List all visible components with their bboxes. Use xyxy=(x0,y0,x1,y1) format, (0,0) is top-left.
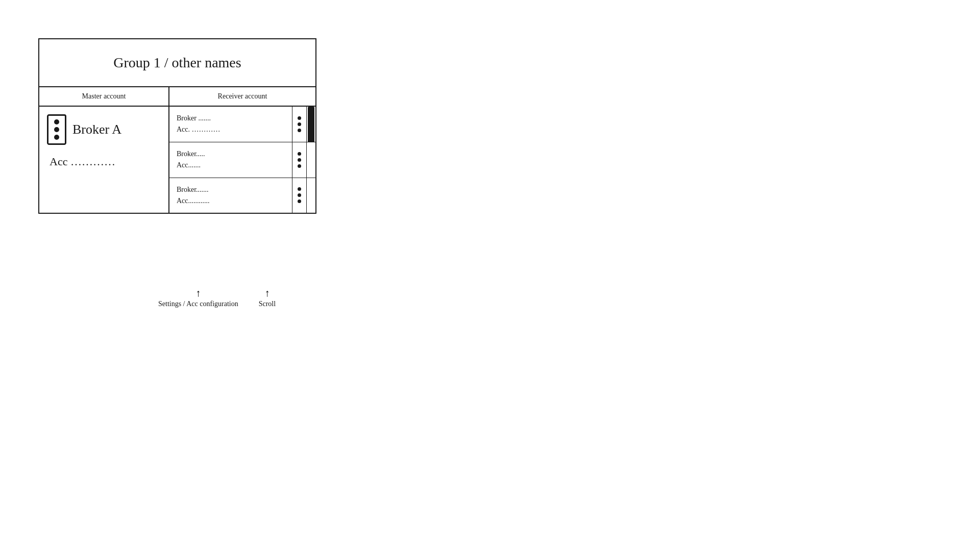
scroll-arrow-icon: ↑ xyxy=(264,287,270,299)
scroll-annotation: ↑ Scroll xyxy=(259,287,276,308)
settings-arrows: ↑ xyxy=(195,287,201,299)
dot-2-1 xyxy=(298,152,301,156)
receiver-broker-1: Broker ....... xyxy=(177,113,285,124)
receiver-dots-3[interactable] xyxy=(292,178,306,213)
light-dot-3 xyxy=(54,135,59,140)
columns-header: Master account Receiver account xyxy=(39,87,315,107)
receiver-info-3: Broker....... Acc............ xyxy=(169,178,292,213)
receiver-dots-2[interactable] xyxy=(292,142,306,178)
dot-1-3 xyxy=(298,129,301,132)
scrollbar-col-2 xyxy=(306,142,315,178)
light-dot-1 xyxy=(54,119,59,124)
dot-2-3 xyxy=(298,164,301,168)
receiver-account-header: Receiver account xyxy=(169,87,315,106)
settings-label: Settings / Acc configuration xyxy=(158,300,238,308)
light-dot-2 xyxy=(54,127,59,132)
group-title: Group 1 / other names xyxy=(113,55,241,70)
scrollbar-col-3 xyxy=(306,178,315,213)
broker-a-label: Broker A xyxy=(72,122,121,137)
settings-annotation: ↑ Settings / Acc configuration xyxy=(158,287,238,308)
receiver-info-1: Broker ....... Acc. ………… xyxy=(169,107,292,142)
master-acc-label: Acc ………… xyxy=(47,155,161,168)
master-column: Broker A Acc ………… xyxy=(39,107,169,213)
receiver-acc-3: Acc............ xyxy=(177,195,285,207)
dot-3-1 xyxy=(298,187,301,191)
dot-2-2 xyxy=(298,158,301,162)
receiver-broker-3: Broker....... xyxy=(177,184,285,195)
receiver-row-3: Broker....... Acc............ xyxy=(169,178,315,213)
dot-3-3 xyxy=(298,199,301,203)
traffic-light-icon xyxy=(47,114,66,145)
receiver-row-2: Broker..... Acc....... xyxy=(169,142,315,178)
receiver-row-1: Broker ....... Acc. ………… xyxy=(169,107,315,142)
dot-1-2 xyxy=(298,122,301,126)
settings-arrow-icon: ↑ xyxy=(195,287,201,299)
scrollbar[interactable] xyxy=(306,107,315,142)
receiver-column: Broker ....... Acc. ………… Broker..... Acc… xyxy=(169,107,315,213)
master-account-header: Master account xyxy=(39,87,169,106)
scroll-arrows: ↑ xyxy=(264,287,270,299)
dot-3-2 xyxy=(298,193,301,197)
receiver-info-2: Broker..... Acc....... xyxy=(169,142,292,178)
dot-1-1 xyxy=(298,116,301,120)
receiver-acc-1: Acc. ………… xyxy=(177,124,285,135)
scroll-label: Scroll xyxy=(259,300,276,308)
annotations-wrapper: ↑ Settings / Acc configuration ↑ Scroll xyxy=(158,287,276,308)
receiver-acc-2: Acc....... xyxy=(177,160,285,171)
main-table: Group 1 / other names Master account Rec… xyxy=(38,38,316,214)
content-area: Broker A Acc ………… Broker ....... Acc. ……… xyxy=(39,107,315,213)
group-header: Group 1 / other names xyxy=(39,39,315,87)
receiver-dots-1[interactable] xyxy=(292,107,306,142)
broker-a-row: Broker A xyxy=(47,114,161,145)
receiver-broker-2: Broker..... xyxy=(177,148,285,160)
